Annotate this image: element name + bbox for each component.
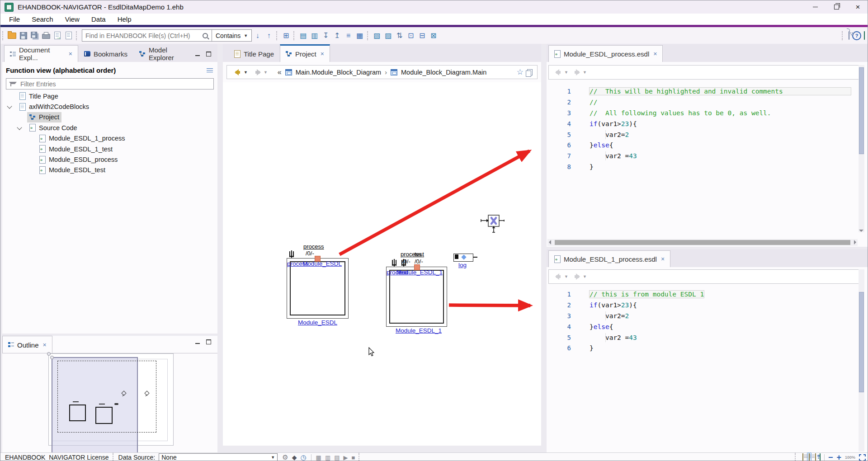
layers-view-icon[interactable]: ▨ xyxy=(382,30,394,41)
tab-module-esdl-process[interactable]: Module_ESDL_process.esdl × xyxy=(548,45,663,62)
scrollbar-thumb[interactable] xyxy=(555,240,850,245)
sort-icon[interactable]: ⇅ xyxy=(394,30,405,41)
keyboard-shortcuts-button[interactable] xyxy=(849,32,849,40)
single-page-view-button[interactable] xyxy=(802,454,803,461)
code-area[interactable]: 1// This will be highlighted and invalid… xyxy=(547,86,857,172)
handbook-view-button[interactable] xyxy=(820,454,821,461)
table-view-icon[interactable]: ▦ xyxy=(354,30,365,41)
show-block-diagram-icon[interactable]: ⊞ xyxy=(280,30,292,41)
zoom-reset-button[interactable]: 100% xyxy=(845,456,855,460)
scrollbar-thumb[interactable] xyxy=(859,292,864,392)
minimize-panel-icon[interactable] xyxy=(195,52,200,56)
vertical-scrollbar[interactable] xyxy=(859,65,864,232)
help-button[interactable]: ? xyxy=(852,31,861,40)
zoom-in-icon[interactable]: + xyxy=(836,453,841,461)
model-check-icon[interactable]: ⊡ xyxy=(405,30,416,41)
experiment-grid-icon[interactable]: ▤ xyxy=(334,454,340,461)
forward-history-icon[interactable]: ▼ xyxy=(264,70,268,75)
tree-item-source-code[interactable]: Source Code xyxy=(2,122,217,133)
outline-handle[interactable] xyxy=(47,352,51,356)
zoom-out-icon[interactable]: − xyxy=(828,453,833,461)
horizontal-scrollbar[interactable] xyxy=(547,239,858,246)
remove-view-icon[interactable]: ⊟ xyxy=(416,30,428,41)
new-document-button[interactable] xyxy=(63,30,74,41)
list-view-icon[interactable]: ≡ xyxy=(343,30,354,41)
open-file-button[interactable] xyxy=(6,30,18,41)
collapse-all-icon[interactable]: ↧ xyxy=(320,30,331,41)
menu-help[interactable]: Help xyxy=(112,14,137,24)
tab-module-esdl-1-process[interactable]: Module_ESDL_1_process.esdl × xyxy=(548,250,670,267)
tab-model-explorer[interactable]: Model Explorer xyxy=(133,46,195,62)
forward-icon[interactable] xyxy=(575,71,579,74)
settings-gear-icon[interactable]: ⚙ xyxy=(282,453,288,461)
back-icon[interactable] xyxy=(236,71,240,74)
back-history-icon[interactable]: ▼ xyxy=(564,274,568,279)
save-all-button[interactable] xyxy=(29,30,40,41)
outline-handle[interactable] xyxy=(50,356,54,359)
tree-item-module-esdl-process[interactable]: Module_ESDL_process xyxy=(2,154,217,165)
tab-outline[interactable]: Outline × xyxy=(2,336,52,353)
scroll-down-icon[interactable] xyxy=(859,230,863,234)
forward-icon[interactable] xyxy=(255,71,260,74)
back-icon[interactable] xyxy=(556,71,561,74)
reader-view-button[interactable] xyxy=(815,454,816,461)
close-tab-icon[interactable]: × xyxy=(43,341,47,348)
tree-item-module-esdl-test[interactable]: Module_ESDL_test xyxy=(2,165,217,175)
favorite-star-icon[interactable]: ☆ xyxy=(517,67,524,77)
close-tab-icon[interactable]: × xyxy=(321,50,324,57)
save-button[interactable] xyxy=(18,30,29,41)
copy-icon[interactable] xyxy=(527,69,533,75)
stop-visualization-icon[interactable]: ■ xyxy=(351,454,355,461)
export-button[interactable]: → xyxy=(52,30,63,41)
tree-item-module-esdl-1-test[interactable]: Module_ESDL_1_test xyxy=(2,144,217,154)
back-icon[interactable] xyxy=(556,275,561,278)
tree-item-module-esdl-1-process[interactable]: Module_ESDL_1_process xyxy=(2,133,217,144)
collapse-crumbs-icon[interactable]: « xyxy=(278,68,282,76)
find-input[interactable] xyxy=(82,32,203,39)
diagram-canvas[interactable]: process /0/- process Module_ESDL Module_… xyxy=(223,82,541,446)
menu-search[interactable]: Search xyxy=(26,14,59,24)
contains-dropdown[interactable]: Contains ▼ xyxy=(212,29,252,42)
start-visualization-icon[interactable]: ▶ xyxy=(343,454,348,461)
maximize-panel-icon[interactable] xyxy=(206,52,211,56)
tree-item-axlwith2codeblocks[interactable]: axlWith2CodeBlocks xyxy=(2,101,217,112)
close-tab-icon[interactable]: × xyxy=(653,50,657,57)
scroll-right-icon[interactable] xyxy=(854,240,859,245)
restore-button[interactable] xyxy=(826,0,847,14)
close-tab-icon[interactable]: × xyxy=(69,50,72,57)
maximize-panel-icon[interactable] xyxy=(206,339,211,344)
breadcrumb-item[interactable]: Main.Module_Block_Diagram xyxy=(296,69,381,76)
fit-to-screen-icon[interactable] xyxy=(859,454,866,461)
menu-file[interactable]: File xyxy=(3,14,26,24)
measure-grid-icon[interactable]: ▦ xyxy=(316,454,321,461)
data-source-dropdown[interactable]: None ▼ xyxy=(159,453,278,461)
close-button[interactable]: × xyxy=(847,0,868,14)
timer-icon[interactable]: ◷ xyxy=(300,453,306,461)
menu-data[interactable]: Data xyxy=(85,14,112,24)
minimize-button[interactable] xyxy=(805,0,826,14)
back-history-icon[interactable]: ▼ xyxy=(244,70,248,75)
code-area[interactable]: 1// this is from module_ESDL_12if(var1>2… xyxy=(547,289,857,353)
back-history-icon[interactable]: ▼ xyxy=(564,70,568,75)
manage-bookmarks-icon[interactable]: ▥ xyxy=(309,30,320,41)
tree-item-title-page[interactable]: Title Page xyxy=(2,91,217,101)
data-sphere-icon[interactable]: ◆ xyxy=(292,454,297,461)
split-view-button[interactable] xyxy=(807,452,811,461)
forward-icon[interactable] xyxy=(575,275,579,278)
forward-history-icon[interactable]: ▼ xyxy=(583,70,587,75)
vertical-scrollbar[interactable] xyxy=(859,269,864,452)
tab-title-page[interactable]: Title Page xyxy=(228,46,280,62)
forward-history-icon[interactable]: ▼ xyxy=(583,274,587,279)
calibration-grid-icon[interactable]: ▥ xyxy=(325,454,330,461)
scroll-left-icon[interactable] xyxy=(547,240,551,245)
menu-view[interactable]: View xyxy=(59,14,85,24)
filter-input[interactable] xyxy=(19,80,211,88)
tab-document-explorer[interactable]: Document Expl... × xyxy=(4,45,78,62)
outline-thumbnail[interactable] xyxy=(2,353,217,452)
tab-bookmarks[interactable]: Bookmarks xyxy=(78,46,133,62)
ehandbook-button[interactable] xyxy=(864,32,865,40)
print-button[interactable] xyxy=(40,30,52,41)
close-tab-icon[interactable]: × xyxy=(661,255,665,263)
expand-all-icon[interactable]: ↥ xyxy=(331,30,343,41)
expand-chevron-icon[interactable] xyxy=(7,104,12,109)
